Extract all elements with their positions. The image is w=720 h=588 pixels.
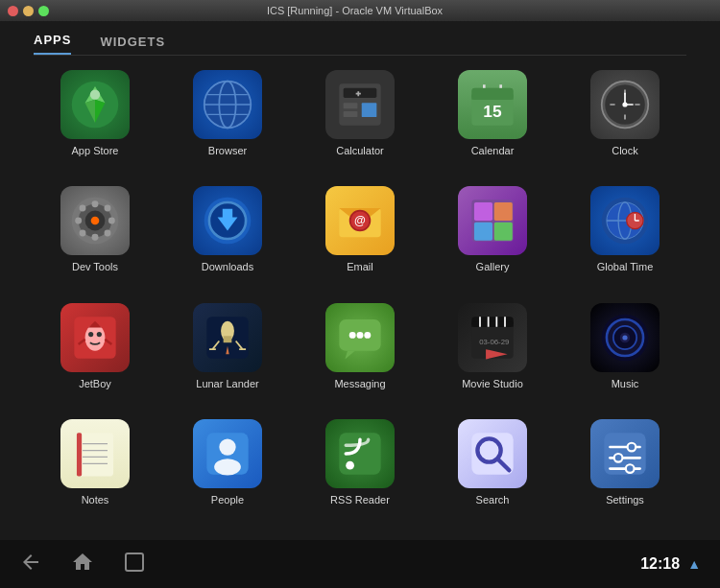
app-label-clock: Clock — [612, 145, 638, 156]
svg-rect-116 — [126, 553, 143, 571]
tab-widgets[interactable]: WIDGETS — [100, 35, 165, 55]
svg-text:03-06-29: 03-06-29 — [479, 337, 509, 345]
title-bar: ICS [Running] - Oracle VM VirtualBox — [0, 0, 720, 21]
app-label-search: Search — [476, 494, 510, 506]
app-item-downloads[interactable]: Downloads — [166, 186, 289, 293]
svg-point-36 — [75, 218, 82, 224]
app-item-movie-studio[interactable]: 03-06-29 Movie Studio — [431, 303, 554, 410]
wifi-icon: ▲ — [687, 556, 701, 572]
recent-button[interactable] — [123, 551, 146, 578]
app-label-notes: Notes — [82, 494, 109, 506]
svg-point-94 — [622, 335, 627, 340]
nav-buttons — [19, 551, 146, 578]
app-label-calendar: Calendar — [471, 145, 515, 156]
app-label-rss-reader: RSS Reader — [330, 494, 390, 506]
svg-point-79 — [357, 331, 364, 338]
svg-point-33 — [91, 217, 100, 225]
app-icon-clock — [590, 70, 660, 139]
app-label-calculator: Calculator — [336, 145, 384, 156]
app-label-gallery: Gallery — [476, 261, 510, 272]
app-icon-calendar: 15 — [458, 70, 527, 139]
app-item-music[interactable]: Music — [564, 303, 686, 410]
apps-grid: App Store Browser Calculator 15 Calendar… — [14, 56, 706, 540]
app-item-browser[interactable]: Browser — [166, 70, 289, 176]
android-screen: APPS WIDGETS App Store Browser Calculato… — [0, 21, 720, 540]
svg-rect-50 — [474, 202, 492, 221]
vm-screen: APPS WIDGETS App Store Browser Calculato… — [0, 21, 720, 588]
svg-point-37 — [108, 218, 115, 224]
bottom-bar: 12:18 ▲ — [0, 540, 720, 588]
svg-rect-53 — [494, 223, 513, 241]
app-item-email[interactable]: @ Email — [299, 186, 421, 293]
home-button[interactable] — [71, 551, 94, 578]
svg-rect-83 — [471, 321, 513, 326]
app-item-calendar[interactable]: 15 Calendar — [431, 70, 554, 176]
tab-apps[interactable]: APPS — [34, 33, 71, 56]
svg-point-113 — [614, 454, 623, 462]
app-icon-movie-studio: 03-06-29 — [458, 303, 527, 372]
app-item-clock[interactable]: Clock — [564, 70, 686, 176]
svg-rect-17 — [471, 95, 513, 100]
svg-point-111 — [628, 442, 636, 451]
time-area: 12:18 ▲ — [640, 555, 701, 573]
app-item-people[interactable]: People — [166, 419, 289, 526]
svg-point-35 — [92, 234, 99, 241]
svg-point-63 — [88, 331, 93, 336]
svg-rect-100 — [77, 433, 82, 476]
app-icon-app-store — [60, 70, 130, 139]
app-item-messaging[interactable]: Messaging — [299, 303, 421, 410]
app-icon-gallery — [458, 186, 527, 255]
clock-display: 12:18 — [640, 555, 680, 573]
app-label-music: Music — [612, 378, 639, 389]
app-item-jetboy[interactable]: JetBoy — [34, 303, 156, 410]
svg-point-105 — [346, 461, 354, 470]
app-item-global-time[interactable]: Global Time — [564, 186, 686, 293]
app-icon-people — [193, 419, 262, 488]
app-item-lunar-lander[interactable]: Lunar Lander — [166, 303, 289, 410]
window-title: ICS [Running] - Oracle VM VirtualBox — [0, 5, 712, 16]
svg-point-78 — [349, 331, 356, 338]
svg-point-38 — [80, 205, 86, 212]
svg-rect-51 — [494, 202, 513, 221]
svg-point-62 — [85, 324, 106, 351]
svg-point-34 — [92, 200, 99, 207]
app-item-search[interactable]: Search — [431, 419, 554, 526]
app-label-downloads: Downloads — [202, 261, 253, 272]
app-item-dev-tools[interactable]: Dev Tools — [34, 186, 156, 293]
app-icon-music — [590, 303, 660, 372]
app-label-email: Email — [347, 261, 373, 272]
svg-rect-10 — [344, 103, 358, 108]
app-item-gallery[interactable]: Gallery — [431, 186, 554, 293]
back-button[interactable] — [19, 551, 42, 578]
svg-text:15: 15 — [483, 102, 502, 121]
app-label-people: People — [211, 494, 244, 506]
app-icon-downloads — [193, 186, 262, 255]
app-label-browser: Browser — [208, 145, 247, 156]
svg-marker-77 — [345, 350, 354, 359]
svg-text:@: @ — [354, 215, 366, 228]
app-item-rss-reader[interactable]: RSS Reader — [299, 419, 421, 526]
app-item-calculator[interactable]: Calculator — [299, 70, 421, 176]
app-item-app-store[interactable]: App Store — [34, 70, 156, 176]
tab-underline — [34, 55, 686, 56]
app-icon-jetboy — [60, 303, 130, 372]
svg-rect-11 — [344, 111, 358, 117]
svg-point-41 — [80, 230, 86, 237]
svg-point-39 — [105, 230, 111, 237]
app-label-app-store: App Store — [72, 145, 119, 156]
app-icon-dev-tools — [60, 186, 130, 255]
app-label-settings: Settings — [606, 494, 644, 506]
svg-point-40 — [105, 205, 111, 212]
svg-rect-70 — [224, 336, 232, 342]
app-item-settings[interactable]: Settings — [564, 419, 686, 526]
app-icon-notes — [60, 419, 130, 488]
svg-point-103 — [214, 459, 241, 475]
svg-point-80 — [364, 331, 371, 338]
app-label-dev-tools: Dev Tools — [72, 261, 118, 272]
app-item-notes[interactable]: Notes — [34, 419, 156, 526]
app-label-global-time: Global Time — [597, 261, 654, 272]
app-label-lunar-lander: Lunar Lander — [196, 378, 258, 389]
app-icon-global-time — [590, 186, 660, 255]
svg-rect-12 — [362, 103, 377, 117]
app-label-messaging: Messaging — [334, 378, 385, 389]
